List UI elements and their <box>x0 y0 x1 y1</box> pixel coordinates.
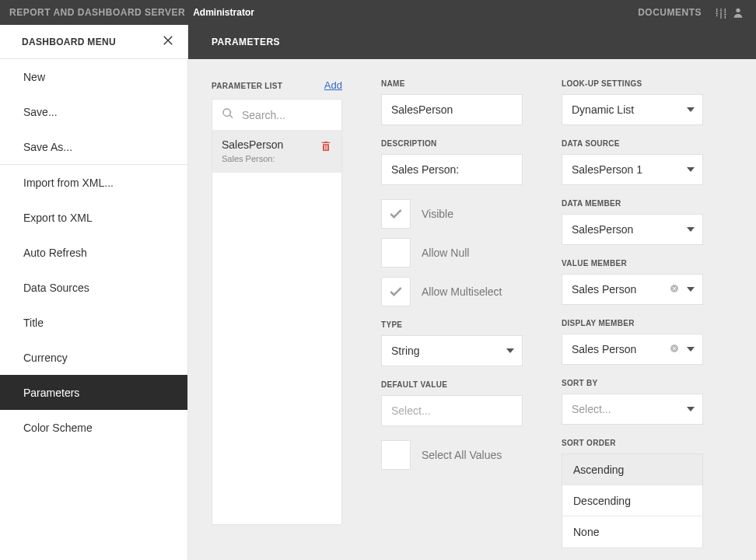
allow-multiselect-label: Allow Multiselect <box>422 285 502 298</box>
parameter-list-label: PARAMETER LIST <box>212 82 282 90</box>
caret-down-icon <box>687 282 695 296</box>
description-field[interactable] <box>381 154 523 185</box>
sortorder-label: SORT ORDER <box>562 439 703 447</box>
content-header: PARAMETERS <box>188 25 756 59</box>
clear-icon[interactable] <box>670 282 679 296</box>
mixer-icon[interactable] <box>712 4 730 21</box>
user-role: Administrator <box>193 7 254 18</box>
parameter-list-column: PARAMETER LIST Add SalesPerson Sales Per… <box>212 79 342 525</box>
parameter-item[interactable]: SalesPerson Sales Person: <box>212 131 341 173</box>
datasource-value: SalesPerson 1 <box>572 163 642 176</box>
sortby-select[interactable]: Select... <box>562 394 703 425</box>
valuemember-label: VALUE MEMBER <box>562 259 703 268</box>
type-value: String <box>391 345 420 357</box>
datamember-label: DATA MEMBER <box>562 199 703 208</box>
user-icon[interactable] <box>730 4 747 21</box>
parameter-form-column: NAME DESCRIPTION Visible Allow Null <box>381 79 523 484</box>
displaymember-select[interactable]: Sales Person <box>562 334 703 365</box>
datamember-value: SalesPerson <box>572 223 633 236</box>
caret-down-icon <box>687 402 695 416</box>
documents-link[interactable]: DOCUMENTS <box>638 7 702 18</box>
add-parameter-link[interactable]: Add <box>324 79 342 91</box>
sortorder-descending[interactable]: Descending <box>562 485 702 516</box>
sidebar-item-importxml[interactable]: Import from XML... <box>0 165 187 200</box>
default-value-label: DEFAULT VALUE <box>381 380 523 389</box>
sidebar: DASHBOARD MENU New Save... Save As... Im… <box>0 25 188 560</box>
sidebar-item-title[interactable]: Title <box>0 305 187 340</box>
sidebar-item-parameters[interactable]: Parameters <box>0 375 187 410</box>
lookup-settings-label: LOOK-UP SETTINGS <box>562 79 703 88</box>
sidebar-item-datasources[interactable]: Data Sources <box>0 270 187 305</box>
search-icon <box>222 107 234 123</box>
sortby-value: Select... <box>572 403 611 415</box>
sidebar-item-colorscheme[interactable]: Color Scheme <box>0 410 187 445</box>
parameter-item-desc: Sales Person: <box>222 154 283 163</box>
datasource-label: DATA SOURCE <box>562 139 703 148</box>
visible-checkbox[interactable] <box>381 199 411 229</box>
valuemember-value: Sales Person <box>572 283 636 296</box>
caret-down-icon <box>687 222 695 236</box>
sidebar-item-exportxml[interactable]: Export to XML <box>0 200 187 235</box>
close-icon[interactable] <box>161 33 175 51</box>
sortby-label: SORT BY <box>562 379 703 387</box>
topbar: REPORT AND DASHBOARD SERVER Administrato… <box>0 0 756 25</box>
caret-down-icon <box>687 163 695 177</box>
select-all-label: Select All Values <box>422 449 502 461</box>
sortorder-group: Ascending Descending None <box>562 453 703 548</box>
caret-down-icon <box>687 103 695 117</box>
visible-label: Visible <box>422 208 453 220</box>
allow-multiselect-checkbox[interactable] <box>381 277 411 306</box>
default-value-field[interactable] <box>381 395 523 426</box>
select-all-checkbox[interactable] <box>381 440 411 470</box>
description-label: DESCRIPTION <box>381 139 523 148</box>
parameter-search[interactable] <box>212 100 341 131</box>
sidebar-item-autorefresh[interactable]: Auto Refresh <box>0 235 187 270</box>
displaymember-value: Sales Person <box>572 343 636 355</box>
parameter-list-panel: SalesPerson Sales Person: <box>212 99 342 525</box>
clear-icon[interactable] <box>670 342 679 356</box>
trash-icon[interactable] <box>320 140 332 156</box>
lookup-column: LOOK-UP SETTINGS Dynamic List DATA SOURC… <box>562 79 703 560</box>
sidebar-item-saveas[interactable]: Save As... <box>0 129 187 164</box>
parameter-item-name: SalesPerson <box>222 138 283 151</box>
search-input[interactable] <box>242 109 332 121</box>
sidebar-item-save[interactable]: Save... <box>0 94 187 129</box>
lookup-settings-select[interactable]: Dynamic List <box>562 94 703 125</box>
svg-point-0 <box>736 9 740 12</box>
sortorder-none[interactable]: None <box>562 516 702 548</box>
content: PARAMETERS PARAMETER LIST Add <box>188 25 756 560</box>
type-label: TYPE <box>381 320 523 329</box>
sidebar-item-currency[interactable]: Currency <box>0 340 187 375</box>
allow-null-label: Allow Null <box>422 247 469 259</box>
caret-down-icon <box>687 342 695 356</box>
sortorder-ascending[interactable]: Ascending <box>562 454 702 485</box>
valuemember-select[interactable]: Sales Person <box>562 274 703 305</box>
datasource-select[interactable]: SalesPerson 1 <box>562 154 703 185</box>
sidebar-title: DASHBOARD MENU <box>22 37 116 47</box>
sidebar-header: DASHBOARD MENU <box>0 25 187 59</box>
caret-down-icon <box>506 344 514 358</box>
parameter-list-empty <box>212 173 341 524</box>
type-select[interactable]: String <box>381 335 523 366</box>
name-label: NAME <box>381 79 523 88</box>
lookup-settings-value: Dynamic List <box>572 103 634 116</box>
datamember-select[interactable]: SalesPerson <box>562 214 703 245</box>
name-field[interactable] <box>381 94 523 125</box>
content-heading: PARAMETERS <box>212 37 280 47</box>
sidebar-item-new[interactable]: New <box>0 59 187 94</box>
allow-null-checkbox[interactable] <box>381 238 411 268</box>
app-title: REPORT AND DASHBOARD SERVER <box>9 7 185 18</box>
displaymember-label: DISPLAY MEMBER <box>562 319 703 327</box>
